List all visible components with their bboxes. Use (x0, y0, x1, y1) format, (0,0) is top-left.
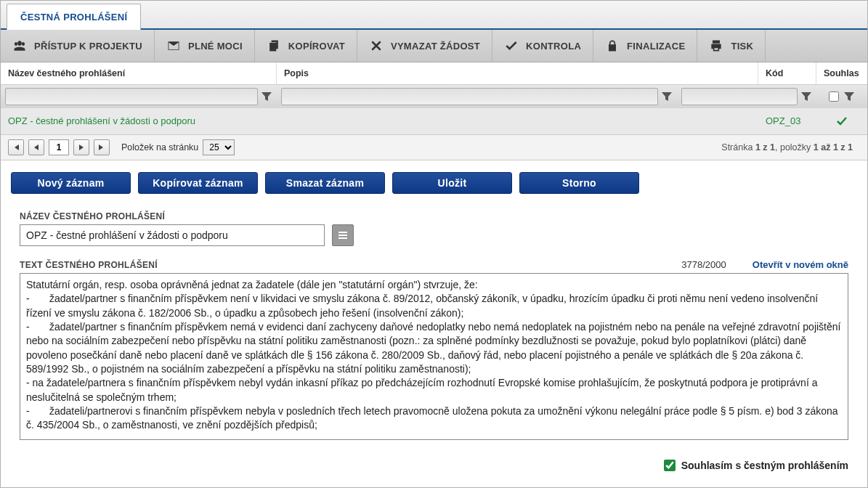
cancel-button[interactable]: Storno (519, 172, 639, 194)
cell-popis (277, 108, 758, 134)
label-text: TEXT ČESTNÉHO PROHLÁŠENÍ (20, 260, 158, 270)
delete-x-icon (369, 38, 384, 53)
copy-record-button[interactable]: Kopírovat záznam (138, 172, 258, 194)
print-icon (709, 38, 723, 53)
cell-souhlas (816, 108, 867, 134)
envelope-icon (166, 38, 181, 53)
toolbar-vymazat-zadost[interactable]: VYMAZAT ŽÁDOST (357, 30, 492, 62)
tab-cestna-prohlaseni[interactable]: ČESTNÁ PROHLÁŠENÍ (7, 4, 141, 30)
pager-prev[interactable] (28, 139, 44, 155)
save-button[interactable]: Uložit (392, 172, 512, 194)
copy-icon (267, 38, 281, 53)
delete-record-button[interactable]: Smazat záznam (265, 172, 385, 194)
pager-info: Stránka 1 z 1, položky 1 až 1 z 1 (721, 142, 860, 152)
cell-nazev: OPZ - čestné prohlášení v žádosti o podp… (1, 108, 277, 134)
grid-filter-row (1, 85, 867, 108)
toolbar-kontrola[interactable]: KONTROLA (492, 30, 593, 62)
new-record-button[interactable]: Nový záznam (11, 172, 131, 194)
open-new-window-link[interactable]: Otevřít v novém okně (753, 259, 848, 270)
filter-checkbox-souhlas[interactable] (829, 91, 839, 102)
checkmark-icon (836, 115, 848, 127)
pager: Položek na stránku 25 Stránka 1 z 1, pol… (1, 134, 867, 160)
toolbar-label: KOPÍROVAT (288, 41, 345, 52)
pager-perpage-select[interactable]: 25 (203, 139, 235, 155)
column-kod[interactable]: Kód (758, 62, 816, 84)
char-counter: 3778/2000 (681, 259, 726, 270)
nazev-input[interactable] (20, 224, 325, 246)
column-souhlas[interactable]: Souhlas (816, 62, 867, 84)
pager-next[interactable] (73, 139, 89, 155)
filter-input-popis[interactable] (281, 88, 658, 105)
toolbar-label: TISK (731, 41, 753, 52)
toolbar-label: KONTROLA (526, 41, 581, 52)
funnel-icon[interactable] (661, 91, 673, 102)
people-icon (12, 38, 27, 53)
check-icon (504, 38, 519, 53)
column-nazev[interactable]: Název čestného prohlášení (1, 62, 277, 84)
toolbar-label: PLNÉ MOCI (188, 41, 243, 52)
table-row[interactable]: OPZ - čestné prohlášení v žádosti o podp… (1, 108, 867, 134)
toolbar-label: FINALIZACE (627, 41, 685, 52)
label-nazev: NÁZEV ČESTNÉHO PROHLÁŠENÍ (20, 211, 848, 221)
toolbar-pristup-k-projektu[interactable]: PŘÍSTUP K PROJEKTU (1, 30, 155, 62)
list-lookup-button[interactable] (332, 224, 354, 246)
pager-page-input[interactable] (49, 139, 69, 155)
toolbar-label: VYMAZAT ŽÁDOST (391, 41, 480, 52)
filter-input-kod[interactable] (681, 88, 798, 105)
consent-checkbox[interactable] (664, 460, 676, 471)
text-body-textarea[interactable] (20, 273, 848, 440)
consent-label: Souhlasím s čestným prohlášením (681, 460, 848, 471)
toolbar-finalizace[interactable]: FINALIZACE (593, 30, 697, 62)
top-toolbar: PŘÍSTUP K PROJEKTU PLNÉ MOCI KOPÍROVAT V… (1, 30, 867, 62)
grid-header: Název čestného prohlášení Popis Kód Souh… (1, 62, 867, 85)
funnel-icon[interactable] (800, 91, 812, 102)
funnel-icon[interactable] (261, 91, 272, 102)
column-popis[interactable]: Popis (277, 62, 758, 84)
filter-input-nazev[interactable] (5, 88, 258, 105)
toolbar-kopirovat[interactable]: KOPÍROVAT (255, 30, 357, 62)
cell-kod: OPZ_03 (758, 108, 816, 134)
pager-last[interactable] (94, 139, 110, 155)
record-actions: Nový záznam Kopírovat záznam Smazat zázn… (1, 160, 867, 200)
pager-first[interactable] (8, 139, 24, 155)
toolbar-label: PŘÍSTUP K PROJEKTU (34, 41, 142, 52)
pager-perpage-label: Položek na stránku (121, 142, 198, 152)
toolbar-tisk[interactable]: TISK (697, 30, 766, 62)
funnel-icon[interactable] (843, 91, 855, 102)
list-icon (337, 229, 349, 241)
toolbar-plne-moci[interactable]: PLNÉ MOCI (155, 30, 255, 62)
lock-icon (605, 38, 620, 53)
